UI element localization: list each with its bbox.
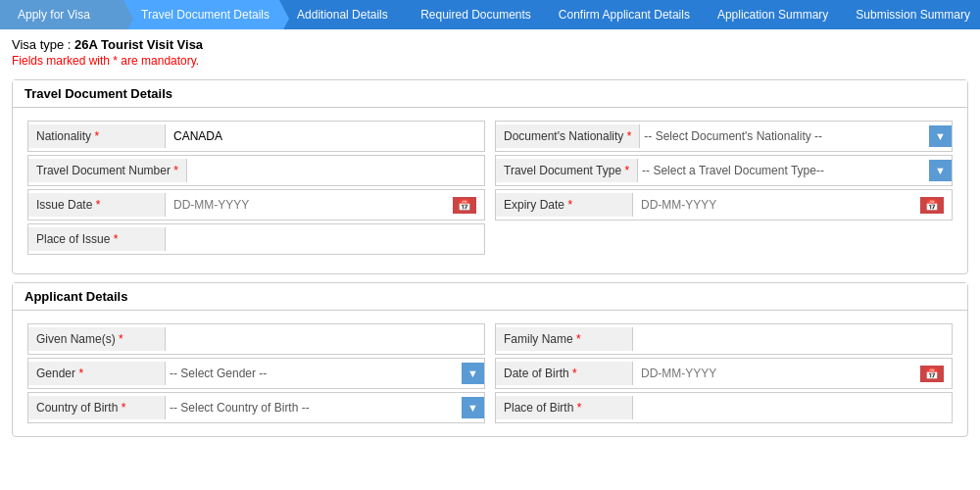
family-name-row: Family Name * [495,323,953,355]
step-label: Required Documents [420,8,531,22]
family-name-input[interactable] [641,330,944,348]
step-apply-for-visa[interactable]: Apply for Visa [0,0,123,29]
step-submission-summary[interactable]: Submission Summary [838,0,980,29]
travel-document-section-title: Travel Document Details [13,80,967,108]
expiry-date-row: Expiry Date * 📅 [495,189,953,220]
documents-nationality-row: Document's Nationality * -- Select Docum… [495,121,953,152]
issue-date-calendar-icon[interactable]: 📅 [453,197,476,214]
country-of-birth-select[interactable]: -- Select Country of Birth -- [166,399,462,416]
applicant-details-form-grid: Given Name(s) * Gender * -- Select Gende… [13,311,967,426]
country-of-birth-row: Country of Birth * -- Select Country of … [27,392,485,423]
visa-type-label: Visa type : [12,37,71,52]
given-names-input[interactable] [173,330,476,348]
left-column: Nationality * CANADA Travel Document Num… [23,118,490,264]
gender-row: Gender * -- Select Gender -- ▼ [27,358,485,389]
date-of-birth-label: Date of Birth * [496,362,633,385]
nationality-value: CANADA [166,125,484,147]
nationality-row: Nationality * CANADA [27,121,485,152]
step-label: Additional Details [297,8,388,22]
place-of-issue-label: Place of Issue * [28,227,166,251]
step-required-documents[interactable]: Required Documents [403,0,541,29]
travel-document-number-input[interactable] [195,162,476,179]
travel-document-type-select[interactable]: -- Select a Travel Document Type-- [638,162,929,179]
place-of-birth-value[interactable] [633,395,952,420]
step-application-summary[interactable]: Application Summary [700,0,838,29]
travel-document-type-label: Travel Document Type * [496,159,638,182]
applicant-details-section: Applicant Details Given Name(s) * Gender… [12,282,968,437]
date-of-birth-calendar-icon[interactable]: 📅 [920,366,944,382]
step-travel-document-details[interactable]: Travel Document Details [123,0,279,29]
country-of-birth-label: Country of Birth * [28,396,166,419]
empty-spacer [495,223,953,261]
applicant-right-column: Family Name * Date of Birth * 📅 [490,320,957,426]
expiry-date-input[interactable] [641,198,920,212]
step-label: Travel Document Details [141,8,270,22]
page-header: Visa type : 26A Tourist Visit Visa Field… [0,29,980,72]
place-of-birth-row: Place of Birth * [495,392,953,423]
visa-type: Visa type : 26A Tourist Visit Visa [12,37,968,52]
travel-document-number-label: Travel Document Number * [28,159,187,182]
applicant-details-section-title: Applicant Details [13,283,967,311]
given-names-value[interactable] [166,326,484,352]
issue-date-label: Issue Date * [28,193,166,217]
travel-document-number-value[interactable] [187,158,484,183]
step-label: Application Summary [717,8,828,22]
step-label: Apply for Visa [18,8,90,22]
date-of-birth-value[interactable]: 📅 [633,362,952,386]
gender-dropdown-icon[interactable]: ▼ [462,363,484,384]
place-of-birth-label: Place of Birth * [496,396,633,419]
place-of-issue-value[interactable] [166,226,484,252]
place-of-issue-row: Place of Issue * [27,223,485,255]
expiry-date-calendar-icon[interactable]: 📅 [920,197,944,214]
issue-date-row: Issue Date * 📅 [27,189,485,220]
step-additional-details[interactable]: Additional Details [279,0,403,29]
gender-label: Gender * [28,362,166,385]
travel-document-form-grid: Nationality * CANADA Travel Document Num… [13,108,967,264]
documents-nationality-label: Document's Nationality * [496,124,640,148]
issue-date-input[interactable] [173,198,453,212]
expiry-date-label: Expiry Date * [496,193,633,217]
documents-nationality-value[interactable]: -- Select Document's Nationality -- ▼ [640,125,952,147]
travel-document-section: Travel Document Details Nationality * CA… [12,79,968,274]
right-column: Document's Nationality * -- Select Docum… [490,118,957,264]
documents-nationality-dropdown-icon[interactable]: ▼ [929,125,952,147]
visa-type-name: 26A Tourist Visit Visa [71,37,203,52]
step-label: Confirm Applicant Details [559,8,690,22]
family-name-label: Family Name * [496,327,633,351]
country-of-birth-value[interactable]: -- Select Country of Birth -- ▼ [166,397,484,418]
given-names-row: Given Name(s) * [27,323,485,355]
step-label: Submission Summary [856,8,970,22]
mandatory-note: Fields marked with * are mandatory. [12,54,968,68]
travel-document-type-row: Travel Document Type * -- Select a Trave… [495,155,953,186]
travel-document-type-dropdown-icon[interactable]: ▼ [929,160,952,181]
family-name-value[interactable] [633,326,952,352]
gender-value[interactable]: -- Select Gender -- ▼ [166,363,484,384]
travel-document-type-value[interactable]: -- Select a Travel Document Type-- ▼ [638,160,952,181]
place-of-issue-input[interactable] [173,230,476,248]
place-of-birth-input[interactable] [641,399,944,416]
step-confirm-applicant-details[interactable]: Confirm Applicant Details [541,0,700,29]
gender-select[interactable]: -- Select Gender -- [166,365,462,382]
date-of-birth-row: Date of Birth * 📅 [495,358,953,389]
given-names-label: Given Name(s) * [28,327,166,351]
country-of-birth-dropdown-icon[interactable]: ▼ [462,397,484,418]
documents-nationality-select[interactable]: -- Select Document's Nationality -- [640,127,929,145]
expiry-date-value[interactable]: 📅 [633,193,952,218]
nationality-label: Nationality * [28,124,166,148]
date-of-birth-input[interactable] [641,367,920,380]
applicant-left-column: Given Name(s) * Gender * -- Select Gende… [23,320,490,426]
issue-date-value[interactable]: 📅 [166,193,484,218]
progress-bar: Apply for Visa Travel Document Details A… [0,0,980,29]
travel-document-number-row: Travel Document Number * [27,155,485,186]
